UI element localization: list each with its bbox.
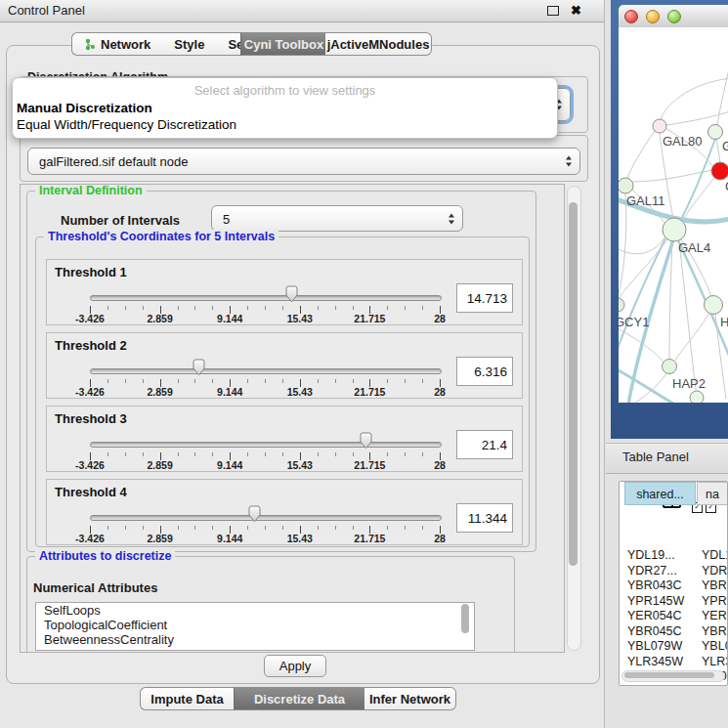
table-cell-shared-name[interactable]: YER054C bbox=[627, 609, 682, 624]
tab-cyni-toolbox[interactable]: Cyni Toolbox bbox=[240, 32, 327, 56]
numerical-attributes-list[interactable]: SelfLoopsTopologicalCoefficientBetweenne… bbox=[35, 602, 475, 651]
close-traffic-light-icon[interactable] bbox=[624, 10, 638, 23]
table-cell-shared-name[interactable]: YBR045C bbox=[627, 624, 682, 640]
table-hscrollbar[interactable] bbox=[621, 670, 725, 682]
column-header-name[interactable]: na bbox=[697, 482, 728, 505]
table-row[interactable]: YBR045CYBR0 bbox=[620, 624, 727, 640]
tick-mark bbox=[107, 306, 108, 310]
network-node[interactable] bbox=[663, 218, 686, 241]
table-row[interactable]: YLR345WYLR3 bbox=[620, 655, 727, 670]
table-cell-shared-name[interactable]: YDL19... bbox=[627, 548, 675, 564]
tick-mark bbox=[353, 379, 354, 383]
slider-handle[interactable] bbox=[284, 285, 299, 303]
slider-track[interactable] bbox=[90, 515, 442, 521]
network-edge[interactable] bbox=[619, 369, 675, 403]
threshold-value-field[interactable]: 21.4 bbox=[456, 430, 513, 459]
network-node[interactable] bbox=[690, 391, 704, 403]
zoom-traffic-light-icon[interactable] bbox=[667, 10, 681, 23]
list-scrollbar-thumb[interactable] bbox=[461, 604, 469, 633]
network-edge[interactable] bbox=[619, 239, 667, 301]
table-cell-name[interactable]: YDR2 bbox=[702, 564, 728, 579]
threshold-value-field[interactable]: 11.344 bbox=[456, 503, 513, 533]
network-edge[interactable] bbox=[717, 63, 728, 125]
float-window-icon[interactable] bbox=[547, 6, 559, 16]
network-edge[interactable] bbox=[619, 193, 626, 297]
table-panel-title: Table Panel bbox=[622, 450, 689, 464]
table-row[interactable]: YBL079WYBL0 bbox=[620, 639, 727, 655]
network-node[interactable] bbox=[663, 360, 677, 374]
network-node[interactable] bbox=[653, 119, 666, 133]
popup-option-manual[interactable]: Manual Discretization bbox=[17, 101, 152, 115]
number-of-intervals-combobox[interactable]: 5 bbox=[211, 205, 463, 232]
table-cell-name[interactable]: YER0 bbox=[702, 609, 728, 624]
slider-ticks bbox=[90, 452, 440, 461]
network-edge[interactable] bbox=[677, 238, 728, 358]
network-node[interactable] bbox=[705, 296, 723, 315]
network-node-label: GAL80 bbox=[663, 134, 702, 149]
network-edge[interactable] bbox=[716, 139, 720, 163]
panel-scrollbar-thumb[interactable] bbox=[569, 202, 578, 566]
table-row[interactable]: YER054CYER0 bbox=[620, 609, 727, 624]
table-cell-name[interactable]: YBR0 bbox=[702, 624, 728, 640]
table-row[interactable]: YPR145WYPR1 bbox=[620, 594, 727, 610]
table-cell-shared-name[interactable]: YDR27... bbox=[627, 564, 677, 579]
network-view-window[interactable]: GAL80GACGAL11GAL4GCY1HHAP2 bbox=[611, 0, 728, 439]
table-cell-name[interactable]: YBR0 bbox=[702, 578, 728, 594]
network-edge[interactable] bbox=[619, 238, 665, 352]
slider-handle[interactable] bbox=[359, 432, 373, 450]
table-cell-shared-name[interactable]: YBL079W bbox=[627, 639, 682, 655]
column-header-shared-name[interactable]: shared... bbox=[624, 482, 696, 505]
tab-impute-data[interactable]: Impute Data bbox=[140, 687, 234, 710]
network-edge[interactable] bbox=[679, 139, 715, 223]
table-cell-name[interactable]: YPR1 bbox=[702, 594, 728, 610]
table-cell-shared-name[interactable]: YBR043C bbox=[627, 578, 682, 594]
tick-mark bbox=[335, 306, 336, 310]
tab-style[interactable]: Style bbox=[162, 33, 216, 55]
attribute-list-item[interactable]: BetweennessCentrality bbox=[36, 632, 474, 647]
network-canvas[interactable]: GAL80GACGAL11GAL4GCY1HHAP2 bbox=[619, 27, 728, 403]
algorithm-dropdown-popup: Select algorithm to view settings Manual… bbox=[12, 77, 558, 139]
network-node[interactable] bbox=[708, 125, 723, 140]
network-edge[interactable] bbox=[683, 178, 714, 221]
slider-handle[interactable] bbox=[247, 505, 262, 523]
tab-discretize-data[interactable]: Discretize Data bbox=[234, 687, 365, 710]
network-edge[interactable] bbox=[669, 241, 672, 359]
network-edge[interactable] bbox=[661, 78, 728, 119]
table-hscrollbar-thumb[interactable] bbox=[624, 672, 714, 678]
tab-network[interactable]: Network bbox=[72, 33, 162, 55]
close-icon[interactable]: ✖ bbox=[571, 3, 581, 18]
popup-option-equal-width[interactable]: Equal Width/Frequency Discretization bbox=[17, 117, 236, 132]
slider-handle[interactable] bbox=[192, 359, 206, 376]
network-node[interactable] bbox=[619, 178, 633, 193]
network-edge[interactable] bbox=[675, 313, 709, 361]
table-row[interactable]: YBR043CYBR0 bbox=[620, 578, 727, 594]
threshold-value-field[interactable]: 14.713 bbox=[456, 283, 513, 313]
axis-tick-label: 2.859 bbox=[147, 459, 172, 471]
network-edge[interactable] bbox=[627, 131, 655, 178]
interval-definition-title: Interval Definition bbox=[35, 184, 147, 197]
table-cell-shared-name[interactable]: YPR145W bbox=[627, 594, 684, 610]
slider-track[interactable] bbox=[90, 368, 442, 374]
table-cell-name[interactable]: YDL1 bbox=[702, 548, 728, 564]
attribute-list-item[interactable]: TopologicalCoefficient bbox=[36, 618, 474, 632]
threshold-value-field[interactable]: 6.316 bbox=[456, 357, 513, 386]
apply-button[interactable]: Apply bbox=[264, 655, 326, 677]
panel-scrollbar[interactable] bbox=[567, 186, 581, 651]
network-node[interactable] bbox=[619, 298, 624, 312]
table-row[interactable]: YDL19...YDL1 bbox=[620, 548, 727, 564]
table-cell-shared-name[interactable]: YLR345W bbox=[627, 655, 683, 670]
slider-track[interactable] bbox=[90, 295, 442, 301]
tab-infer-network[interactable]: Infer Network bbox=[364, 687, 456, 710]
tick-mark bbox=[353, 306, 354, 310]
table-data-combobox[interactable]: galFiltered.sif default node bbox=[27, 148, 580, 175]
minimize-traffic-light-icon[interactable] bbox=[646, 10, 660, 23]
tab-jactivemnodules[interactable]: jActiveMNodules bbox=[325, 32, 432, 56]
network-node-label: GAL4 bbox=[678, 240, 710, 255]
network-node[interactable] bbox=[711, 162, 728, 180]
table-row[interactable]: YDR27...YDR2 bbox=[620, 564, 727, 579]
slider-track[interactable] bbox=[90, 442, 442, 448]
table-cell-name[interactable]: YBL0 bbox=[702, 639, 728, 655]
network-edge[interactable] bbox=[679, 241, 696, 390]
attribute-list-item[interactable]: SelfLoops bbox=[36, 603, 474, 618]
table-cell-name[interactable]: YLR3 bbox=[702, 655, 728, 670]
